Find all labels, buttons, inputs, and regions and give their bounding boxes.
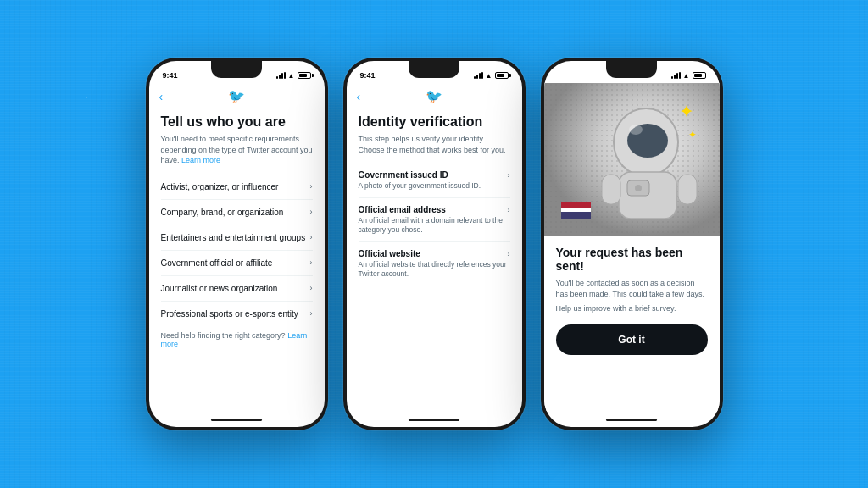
status-bar-3: 9:41 ▲ bbox=[544, 61, 720, 83]
chevron-sports: › bbox=[310, 309, 313, 318]
battery-fill-3 bbox=[694, 74, 703, 77]
status-bar-2: 9:41 ▲ bbox=[347, 61, 522, 83]
status-icons-2: ▲ bbox=[474, 72, 509, 80]
wifi-icon-2: ▲ bbox=[486, 72, 492, 80]
phone-3: 9:41 ▲ bbox=[541, 58, 723, 430]
chevron-activist: › bbox=[310, 182, 313, 191]
astronaut-background: ✦ ✦ bbox=[544, 83, 720, 236]
request-desc: You'll be contacted as soon as a decisio… bbox=[556, 278, 708, 299]
home-indicator-3 bbox=[606, 419, 657, 421]
bottom-bar-2 bbox=[347, 412, 522, 427]
bottom-bar-3 bbox=[544, 412, 720, 427]
chevron-company: › bbox=[310, 208, 313, 216]
twitter-logo-2: 🐦 bbox=[426, 88, 442, 104]
menu-item-company[interactable]: Company, brand, or organization › bbox=[161, 200, 313, 225]
verification-website-header: Official website › bbox=[359, 249, 510, 258]
status-icons-1: ▲ bbox=[276, 72, 311, 80]
time-2: 9:41 bbox=[360, 71, 376, 80]
astronaut-svg: ✦ ✦ bbox=[544, 83, 720, 236]
status-icons-3: ▲ bbox=[671, 72, 706, 80]
menu-item-sports[interactable]: Professional sports or e-sports entity › bbox=[161, 302, 313, 326]
menu-item-activist[interactable]: Activist, organizer, or influencer › bbox=[161, 175, 313, 200]
request-survey: Help us improve with a brief survey. bbox=[556, 304, 708, 313]
screen-2: ‹ 🐦 Identity verification This step help… bbox=[347, 83, 522, 412]
verification-website[interactable]: Official website › An official website t… bbox=[359, 242, 510, 286]
screen-subtitle-2: This step helps us verify your identity.… bbox=[359, 134, 510, 155]
svg-rect-7 bbox=[602, 175, 620, 204]
wifi-icon-3: ▲ bbox=[683, 72, 690, 80]
phone-body-1: Tell us who you are You'll need to meet … bbox=[149, 109, 325, 412]
menu-item-journalist[interactable]: Journalist or news organization › bbox=[161, 276, 313, 302]
svg-text:✦: ✦ bbox=[680, 103, 693, 120]
battery-fill-1 bbox=[299, 74, 308, 77]
bar1-p2 bbox=[474, 76, 476, 79]
svg-point-10 bbox=[635, 185, 642, 191]
status-bar-1: 9:41 ▲ bbox=[149, 61, 325, 83]
battery-icon-2 bbox=[495, 72, 509, 79]
bar4 bbox=[284, 72, 286, 79]
nav-bar-2: ‹ 🐦 bbox=[347, 83, 522, 109]
bar1 bbox=[276, 76, 278, 79]
home-indicator-2 bbox=[409, 419, 459, 421]
svg-rect-14 bbox=[561, 208, 591, 212]
bar1-p3 bbox=[671, 76, 673, 79]
phone-1: 9:41 ▲ ‹ 🐦 Tell us who you are bbox=[146, 58, 328, 430]
bar3-p3 bbox=[676, 73, 678, 79]
request-body: Your request has been sent! You'll be co… bbox=[544, 236, 720, 412]
back-button-2[interactable]: ‹ bbox=[357, 90, 361, 103]
astronaut-image: ✦ ✦ bbox=[544, 83, 720, 236]
battery-fill-2 bbox=[497, 74, 505, 77]
verification-email[interactable]: Official email address › An official ema… bbox=[359, 198, 510, 242]
svg-rect-13 bbox=[561, 202, 591, 208]
screen-title-2: Identity verification bbox=[359, 114, 510, 130]
chevron-government: › bbox=[310, 258, 313, 267]
bottom-bar-1 bbox=[149, 412, 325, 427]
bar3-p2 bbox=[479, 73, 481, 79]
time-1: 9:41 bbox=[163, 71, 178, 80]
bar2-p3 bbox=[674, 75, 676, 79]
signal-bars-1 bbox=[276, 72, 286, 79]
menu-list-1: Activist, organizer, or influencer › Com… bbox=[161, 175, 313, 326]
battery-icon-1 bbox=[298, 72, 311, 79]
got-it-button[interactable]: Got it bbox=[556, 324, 708, 355]
twitter-logo-1: 🐦 bbox=[228, 88, 245, 104]
chevron-journalist: › bbox=[310, 284, 313, 292]
chevron-email: › bbox=[508, 206, 510, 214]
svg-rect-8 bbox=[678, 175, 697, 204]
signal-bars-3 bbox=[671, 72, 681, 79]
verification-gov-id[interactable]: Government issued ID › A photo of your g… bbox=[359, 164, 510, 198]
learn-more-link-1[interactable]: Learn more bbox=[181, 156, 220, 164]
chevron-entertainers: › bbox=[310, 233, 313, 241]
nav-bar-1: ‹ 🐦 bbox=[149, 83, 325, 109]
bar2-p2 bbox=[476, 75, 478, 79]
bar3 bbox=[281, 73, 283, 79]
bar4-p3 bbox=[679, 72, 681, 79]
menu-item-entertainers[interactable]: Entertainers and entertainment groups › bbox=[161, 225, 313, 251]
verification-email-header: Official email address › bbox=[359, 205, 510, 214]
wifi-icon-1: ▲ bbox=[288, 72, 295, 80]
menu-item-government[interactable]: Government official or affiliate › bbox=[161, 251, 313, 276]
verification-gov-id-header: Government issued ID › bbox=[359, 170, 510, 180]
home-indicator-1 bbox=[211, 419, 262, 421]
screen-subtitle-1: You'll need to meet specific requirement… bbox=[161, 134, 313, 166]
back-button-1[interactable]: ‹ bbox=[159, 90, 164, 103]
svg-rect-15 bbox=[561, 212, 591, 219]
svg-text:✦: ✦ bbox=[688, 129, 697, 141]
svg-point-5 bbox=[629, 125, 643, 135]
screen-3: ✦ ✦ Your request has been sent! You'll b… bbox=[544, 83, 720, 412]
screen-1: ‹ 🐦 Tell us who you are You'll need to m… bbox=[149, 83, 325, 412]
time-3: 9:41 bbox=[558, 71, 573, 80]
chevron-gov: › bbox=[508, 171, 510, 180]
request-title: Your request has been sent! bbox=[556, 246, 708, 273]
phone-2: 9:41 ▲ ‹ 🐦 Identity verificatio bbox=[343, 58, 526, 430]
bar4-p2 bbox=[481, 72, 483, 79]
signal-bars-2 bbox=[474, 72, 483, 79]
screen-title-1: Tell us who you are bbox=[161, 114, 313, 130]
chevron-website: › bbox=[508, 250, 510, 258]
battery-icon-3 bbox=[693, 72, 706, 79]
bar2 bbox=[279, 75, 281, 79]
phone-body-2: Identity verification This step helps us… bbox=[347, 109, 522, 412]
help-text-1: Need help finding the right category? Le… bbox=[161, 331, 313, 348]
verification-list: Government issued ID › A photo of your g… bbox=[359, 164, 510, 286]
